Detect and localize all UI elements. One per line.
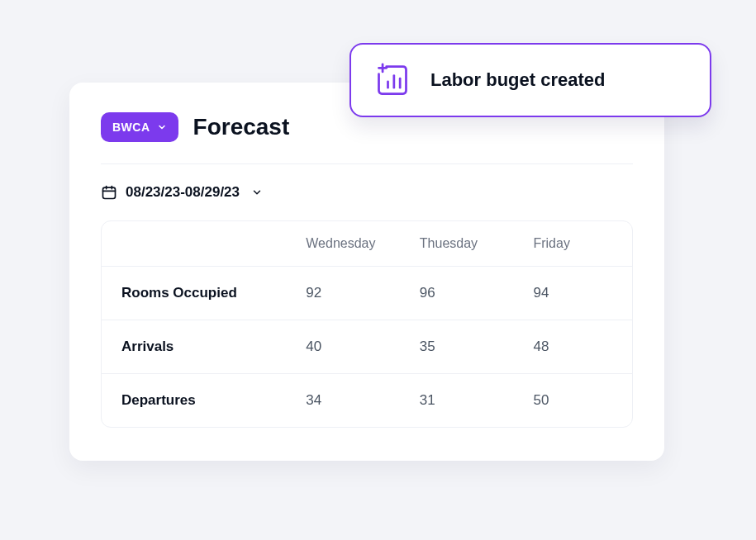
table-row: Rooms Occupied 92 96 94 xyxy=(102,266,632,320)
table-cell: 34 xyxy=(291,374,405,427)
table-header-cell xyxy=(102,229,291,258)
table-cell: 48 xyxy=(518,320,632,373)
table-row-label: Arrivals xyxy=(102,320,291,373)
table-cell: 50 xyxy=(518,374,632,427)
table-row-label: Rooms Occupied xyxy=(102,267,291,320)
table-row: Departures 34 31 50 xyxy=(102,373,632,427)
forecast-card: BWCA Forecast 08/23/23-08/29/23 Wednesda… xyxy=(69,83,664,461)
property-dropdown-label: BWCA xyxy=(112,121,150,134)
table-header-cell: Thuesday xyxy=(405,221,519,266)
date-range-text: 08/23/23-08/29/23 xyxy=(126,184,240,201)
table-cell: 35 xyxy=(405,320,519,373)
toast-message: Labor buget created xyxy=(430,69,605,91)
calendar-icon xyxy=(101,184,117,201)
toast-notification: Labor buget created xyxy=(349,43,711,117)
table-row-label: Departures xyxy=(102,374,291,427)
chevron-down-icon xyxy=(251,187,263,198)
add-chart-icon xyxy=(374,62,411,98)
forecast-table: Wednesday Thuesday Friday Rooms Occupied… xyxy=(101,220,633,428)
table-header-cell: Wednesday xyxy=(291,221,405,266)
date-range-picker[interactable]: 08/23/23-08/29/23 xyxy=(101,184,633,201)
table-cell: 94 xyxy=(518,267,632,320)
card-header: BWCA Forecast xyxy=(101,112,633,164)
table-row: Arrivals 40 35 48 xyxy=(102,320,632,373)
table-cell: 92 xyxy=(291,267,405,320)
page-title: Forecast xyxy=(193,114,290,140)
svg-rect-0 xyxy=(103,187,116,198)
table-cell: 31 xyxy=(405,374,519,427)
table-header-cell: Friday xyxy=(518,221,632,266)
table-cell: 40 xyxy=(291,320,405,373)
chevron-down-icon xyxy=(157,122,167,132)
property-dropdown[interactable]: BWCA xyxy=(101,112,178,142)
table-cell: 96 xyxy=(405,267,519,320)
table-header-row: Wednesday Thuesday Friday xyxy=(102,221,632,266)
